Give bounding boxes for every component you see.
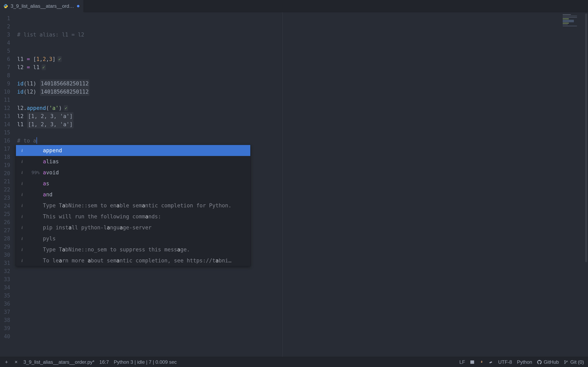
- completion-kind-icon: i: [19, 214, 25, 219]
- code-line: l2 [1, 2, 3, 'a']: [14, 112, 588, 120]
- completion-label: alias: [43, 158, 59, 165]
- status-git[interactable]: Git (0): [564, 359, 584, 365]
- completion-doc-text: This will run the following commands:: [43, 213, 161, 220]
- code-line: [14, 71, 588, 80]
- svg-point-2: [564, 360, 565, 361]
- code-line: [14, 39, 588, 47]
- code-line: id(l1) 140185668250112: [14, 80, 588, 88]
- line-number: 1: [0, 14, 14, 22]
- line-number: 22: [0, 185, 14, 194]
- autocomplete-item[interactable]: ias: [16, 178, 250, 189]
- status-kernel[interactable]: Python 3 | idle | 7 | 0.009 sec: [114, 359, 177, 365]
- code-line: [14, 128, 588, 137]
- line-number: 26: [0, 218, 14, 226]
- status-line-ending[interactable]: LF: [459, 359, 465, 365]
- line-number: 4: [0, 39, 14, 47]
- inline-result[interactable]: [1, 2, 3, 'a']: [27, 120, 73, 128]
- line-number: 9: [0, 80, 14, 88]
- terminal-icon[interactable]: [470, 360, 475, 364]
- completion-doc-text: Type TabNine::no_sem to suppress this me…: [43, 247, 190, 253]
- line-number: 25: [0, 210, 14, 218]
- line-number: 23: [0, 194, 14, 202]
- completion-label: avoid: [43, 169, 59, 175]
- editor: 1234567891011121314151617181920212223242…: [0, 12, 588, 357]
- autocomplete-doc-line: iTo learn more about semantic completion…: [16, 255, 250, 266]
- hydrogen-ok-icon: ✓: [42, 64, 46, 70]
- completion-kind-icon: i: [19, 148, 25, 153]
- scrollbar[interactable]: [584, 12, 588, 357]
- code-line: [14, 292, 588, 300]
- python-file-icon: [3, 4, 8, 8]
- completion-kind-icon: i: [19, 225, 25, 230]
- inline-result[interactable]: [1, 2, 3, 'a']: [27, 112, 73, 120]
- line-number: 20: [0, 169, 14, 177]
- inline-result[interactable]: 140185668250112: [40, 80, 90, 88]
- code-line: # to a: [14, 137, 588, 145]
- completion-label: append: [43, 147, 62, 154]
- autocomplete-popup[interactable]: iappendialiasi99%avoidiasiandiType TabNi…: [16, 145, 251, 266]
- line-number: 21: [0, 177, 14, 185]
- autocomplete-doc-line: iThis will run the following commands:: [16, 211, 250, 222]
- code-line: [14, 96, 588, 104]
- code-line: [14, 324, 588, 332]
- status-encoding[interactable]: UTF-8: [498, 359, 512, 365]
- status-filepath[interactable]: 3_9_list_alias__atars__order.py*: [23, 359, 94, 365]
- line-number: 35: [0, 292, 14, 300]
- minimap[interactable]: [562, 12, 584, 357]
- status-cursor-pos[interactable]: 16:7: [99, 359, 109, 365]
- completion-doc-text: Type TabNine::sem to enable semantic com…: [43, 202, 232, 209]
- tab-bar: 3_9_list_alias__atars__ord…: [0, 0, 588, 12]
- completion-kind-icon: i: [19, 203, 25, 208]
- code-area[interactable]: # list alias: l1 = l2 l1 = [1,2,3]✓ l2 =…: [14, 12, 588, 357]
- completion-confidence: 99%: [28, 170, 40, 175]
- line-number: 13: [0, 112, 14, 120]
- line-number: 33: [0, 275, 14, 284]
- git-branch-icon: [564, 360, 568, 364]
- svg-point-3: [564, 363, 565, 364]
- inline-result[interactable]: 140185668250112: [40, 88, 90, 96]
- code-line: [14, 284, 588, 292]
- code-line: [14, 316, 588, 324]
- code-line: l2 = l1✓: [14, 63, 588, 71]
- line-number: 40: [0, 332, 14, 341]
- hydrogen-ok-icon: ✓: [58, 56, 62, 62]
- code-line: [14, 267, 588, 275]
- line-number: 11: [0, 96, 14, 104]
- close-button[interactable]: ×: [14, 359, 18, 365]
- autocomplete-item[interactable]: iand: [16, 189, 250, 200]
- completion-kind-icon: i: [19, 236, 25, 241]
- telescope-icon[interactable]: [489, 360, 493, 364]
- line-number: 34: [0, 284, 14, 292]
- line-number: 29: [0, 243, 14, 251]
- completion-kind-icon: i: [19, 258, 25, 263]
- svg-point-0: [5, 4, 5, 5]
- line-number: 6: [0, 55, 14, 63]
- line-number: 32: [0, 267, 14, 275]
- editor-tab[interactable]: 3_9_list_alias__atars__ord…: [0, 0, 84, 12]
- status-github[interactable]: GitHub: [537, 359, 559, 365]
- line-number: 8: [0, 71, 14, 80]
- autocomplete-item[interactable]: i99%avoid: [16, 167, 250, 178]
- completion-label: and: [43, 192, 52, 198]
- code-line: [14, 308, 588, 316]
- line-number: 19: [0, 161, 14, 169]
- code-line: [14, 300, 588, 308]
- autocomplete-doc-line: iType TabNine::sem to enable semantic co…: [16, 200, 250, 211]
- line-number: 36: [0, 300, 14, 308]
- line-number: 16: [0, 137, 14, 145]
- flame-icon[interactable]: [479, 360, 484, 364]
- code-line: [14, 14, 588, 22]
- status-bar: + × 3_9_list_alias__atars__order.py* 16:…: [0, 357, 588, 367]
- autocomplete-item[interactable]: ialias: [16, 156, 250, 167]
- line-number: 17: [0, 145, 14, 153]
- status-language[interactable]: Python: [517, 359, 532, 365]
- completion-kind-icon: i: [19, 247, 25, 252]
- line-number: 14: [0, 120, 14, 128]
- code-line: # list alias: l1 = l2: [14, 31, 588, 39]
- line-number: 3: [0, 31, 14, 39]
- autocomplete-item[interactable]: iappend: [16, 145, 250, 156]
- hydrogen-ok-icon: ✓: [64, 105, 68, 111]
- autocomplete-doc-line: ipyls: [16, 233, 250, 244]
- text-cursor: [36, 137, 37, 144]
- new-file-button[interactable]: +: [4, 359, 9, 365]
